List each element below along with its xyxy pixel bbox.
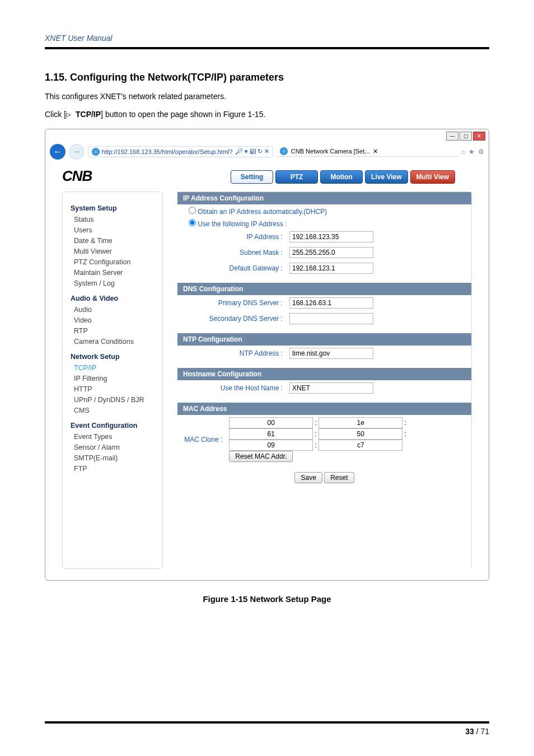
window-controls: — ▢ ✕: [446, 132, 485, 141]
tab-title: CNB Network Camera [Set...: [291, 148, 370, 155]
sidebar-item-ptzconfig[interactable]: PTZ Configuration: [71, 257, 156, 268]
footer-rule: [45, 721, 489, 724]
maximize-icon[interactable]: ▢: [460, 132, 472, 141]
browser-tab[interactable]: CNB Network Camera [Set... ✕: [277, 146, 458, 157]
nav-liveview[interactable]: Live View: [365, 170, 407, 184]
dns-config-header: DNS Configuration: [177, 283, 471, 295]
click-post: ] button to open the page shown in Figur…: [101, 110, 265, 119]
sidebar-item-rtp[interactable]: RTP: [71, 326, 156, 337]
url-text: http://192.168.123.35/html/operator/Setu…: [102, 148, 233, 155]
page-sep: /: [474, 727, 481, 736]
sidebar-item-status[interactable]: Status: [71, 214, 156, 225]
gateway-label: Default Gateway :: [183, 264, 289, 272]
minimize-icon[interactable]: —: [446, 132, 458, 141]
screenshot-window: — ▢ ✕ ← → http://192.168.123.35/html/ope…: [45, 129, 489, 581]
mac-oct-2[interactable]: [229, 428, 313, 440]
sidebar-item-video[interactable]: Video: [71, 315, 156, 326]
ip-config-header: IP Address Configuration: [177, 192, 471, 204]
reset-button[interactable]: Reset: [324, 472, 354, 483]
click-pre: Click [: [45, 110, 66, 119]
mac-oct-1[interactable]: [318, 417, 402, 428]
mask-input[interactable]: [289, 247, 373, 258]
mac-oct-4[interactable]: [229, 440, 313, 451]
mac-inputs: : : : : : Reset MAC Addr.: [229, 417, 466, 462]
nav-setting[interactable]: Setting: [231, 170, 273, 184]
address-bar[interactable]: http://192.168.123.35/html/operator/Setu…: [88, 146, 273, 157]
tab-favicon: [280, 147, 288, 155]
ntp-label: NTP Address :: [183, 349, 289, 357]
sidebar-item-upnp[interactable]: UPnP / DynDNS / BJR: [71, 395, 156, 405]
hostname-label: Use the Host Name :: [183, 384, 289, 392]
mac-oct-0[interactable]: [229, 417, 313, 428]
mac-oct-3[interactable]: [318, 428, 402, 440]
sidebar-item-users[interactable]: Users: [71, 225, 156, 236]
favorites-icon[interactable]: ★: [469, 148, 475, 156]
header-rule: [45, 47, 489, 49]
sidebar-item-eventtypes[interactable]: Event Types: [71, 432, 156, 442]
side-group-event: Event Configuration: [71, 422, 156, 430]
dns1-label: Primary DNS Server :: [183, 299, 289, 307]
app-logo: CNB: [45, 162, 92, 188]
main-content: IP Address Configuration Obtain an IP Ad…: [177, 192, 472, 569]
sidebar-item-systemlog[interactable]: System / Log: [71, 278, 156, 289]
section-title: 1.15. Configuring the Network(TCP/IP) pa…: [45, 72, 489, 83]
ie-icon: [92, 148, 100, 156]
sidebar-item-maintain[interactable]: Maintain Server: [71, 268, 156, 278]
mac-config-header: MAC Address: [177, 403, 471, 415]
mac-oct-5[interactable]: [318, 440, 402, 451]
radio-static[interactable]: Use the following IP Address :: [189, 220, 287, 228]
back-button[interactable]: ←: [50, 144, 65, 160]
ntp-input[interactable]: [289, 348, 373, 359]
doc-header: XNET User Manual: [45, 34, 489, 47]
tcpip-bold: TCP/IP: [76, 110, 101, 119]
dns2-input[interactable]: [289, 313, 373, 324]
home-icon[interactable]: ⌂: [461, 148, 465, 156]
nav-ptz[interactable]: PTZ: [275, 170, 318, 184]
hostname-config-header: Hostname Configuration: [177, 368, 471, 380]
side-group-av: Audio & Video: [71, 295, 156, 302]
side-group-system: System Setup: [71, 204, 156, 212]
dns1-input[interactable]: [289, 297, 373, 309]
sidebar-item-sensor[interactable]: Sensor / Alarm: [71, 442, 156, 453]
dns2-label: Secondary DNS Server :: [183, 315, 289, 323]
intro-text: This configures XNET's network related p…: [45, 90, 489, 102]
sidebar-item-audio[interactable]: Audio: [71, 305, 156, 315]
tab-close-icon[interactable]: ✕: [373, 148, 378, 155]
sidebar-item-cms[interactable]: CMS: [71, 405, 156, 416]
reset-mac-button[interactable]: Reset MAC Addr.: [229, 451, 293, 462]
url-tools[interactable]: 🔎 ▾ 🗟 ↻ ✕: [235, 148, 269, 155]
page-current: 33: [465, 727, 474, 736]
radio-dhcp[interactable]: Obtain an IP Address automatically.(DHCP…: [189, 208, 327, 216]
sidebar-item-http[interactable]: HTTP: [71, 384, 156, 395]
page-total: 71: [480, 727, 489, 736]
section-number: 1.15.: [45, 72, 67, 83]
sidebar-item-smtp[interactable]: SMTP(E-mail): [71, 453, 156, 464]
ip-input[interactable]: [289, 231, 373, 242]
sidebar-item-ipfiltering[interactable]: IP Filtering: [71, 374, 156, 384]
close-icon[interactable]: ✕: [473, 132, 485, 141]
sidebar-item-tcpip[interactable]: TCP/IP: [71, 363, 156, 374]
tools-icon[interactable]: ⚙: [478, 148, 484, 156]
page-number: 33 / 71: [45, 727, 489, 736]
triangle-icon: ▷: [66, 110, 76, 119]
mask-label: Subnet Mask :: [183, 249, 289, 256]
figure-caption: Figure 1-15 Network Setup Page: [45, 594, 489, 604]
gateway-input[interactable]: [289, 263, 373, 274]
nav-motion[interactable]: Motion: [320, 170, 363, 184]
mac-label: MAC Clone :: [183, 436, 229, 444]
section-heading: Configuring the Network(TCP/IP) paramete…: [70, 72, 284, 83]
side-group-network: Network Setup: [71, 353, 156, 361]
sidebar-item-datetime[interactable]: Date & Time: [71, 236, 156, 246]
sidebar-item-ftp[interactable]: FTP: [71, 464, 156, 474]
nav-multiview[interactable]: Multi View: [410, 170, 455, 184]
radio-static-label: Use the following IP Address :: [198, 220, 287, 228]
radio-dhcp-label: Obtain an IP Address automatically.(DHCP…: [198, 208, 327, 216]
sidebar: System Setup Status Users Date & Time Mu…: [62, 192, 163, 569]
sidebar-item-multiviewer[interactable]: Multi Viewer: [71, 246, 156, 257]
save-button[interactable]: Save: [294, 472, 322, 483]
click-instruction: Click [▷ TCP/IP] button to open the page…: [45, 108, 489, 120]
ntp-config-header: NTP Configuration: [177, 333, 471, 346]
sidebar-item-camera[interactable]: Camera Conditions: [71, 337, 156, 347]
hostname-input[interactable]: [289, 382, 373, 394]
forward-button[interactable]: →: [69, 144, 85, 160]
